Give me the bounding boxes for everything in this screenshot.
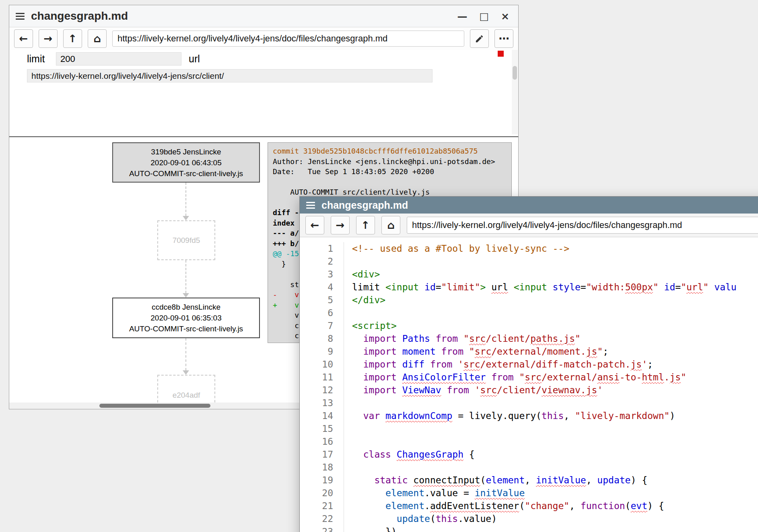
code-line[interactable]	[352, 396, 758, 409]
graph-arrow	[182, 338, 190, 375]
commit-hash-author: ccdce8b JensLincke	[113, 302, 259, 312]
maximize-icon[interactable]: □	[479, 11, 489, 21]
commit-hash: 7009fd5	[158, 235, 214, 246]
code-line[interactable]: update(this.value)	[352, 512, 758, 525]
commit-hash-author: 319bde5 JensLincke	[113, 146, 259, 157]
line-number: 9	[300, 345, 333, 358]
code-line[interactable]: class ChangesGraph {	[352, 448, 758, 461]
more-icon: ⋯	[499, 33, 509, 45]
status-indicator	[498, 51, 504, 57]
arrow-head-icon	[183, 216, 189, 220]
code-line[interactable]: })	[352, 525, 758, 532]
horizontal-scrollbar-thumb[interactable]	[99, 404, 210, 408]
menu-icon[interactable]	[306, 202, 315, 209]
line-number: 17	[300, 448, 333, 461]
arrow-head-icon	[183, 370, 189, 375]
line-number: 23	[300, 525, 333, 532]
up-button[interactable]: ↑	[63, 29, 82, 48]
line-number: 11	[300, 371, 333, 384]
line-number: 22	[300, 512, 333, 525]
code-line[interactable]: import AnsiColorFilter from "src/externa…	[352, 371, 758, 384]
home-button[interactable]: ⌂	[88, 29, 107, 48]
edit-button[interactable]	[470, 29, 489, 48]
code-line[interactable]: </div>	[352, 294, 758, 306]
arrow-head-icon	[183, 293, 189, 298]
commit-detail-line: AUTO-COMMIT src/client/lively.js	[273, 187, 507, 197]
url-label: url	[189, 53, 200, 65]
line-number: 20	[300, 487, 333, 499]
commit-hash: e204adf	[158, 390, 214, 401]
code-line[interactable]	[352, 461, 758, 474]
menu-icon[interactable]	[16, 13, 25, 20]
address-input[interactable]	[407, 217, 758, 234]
code-line[interactable]: element.addEventListener("change", funct…	[352, 499, 758, 512]
line-number: 15	[300, 422, 333, 435]
limit-input[interactable]	[56, 52, 181, 66]
commit-node[interactable]: 319bde5 JensLincke 2020-09-01 06:43:05 A…	[112, 142, 260, 183]
editor-gutter: 1234567891011121314151617181920212223	[300, 242, 344, 532]
back-button[interactable]: ←	[305, 216, 324, 234]
code-line[interactable]: limit <input id="limit"> url <input styl…	[352, 281, 758, 294]
code-line[interactable]: <!-- used as a #Tool by lively-sync -->	[352, 242, 758, 255]
forward-icon: →	[336, 219, 345, 231]
commit-message: AUTO-COMMIT-src-client-lively.js	[113, 168, 259, 179]
line-number: 4	[300, 281, 333, 294]
titlebar[interactable]: changesgraph.md — □ ×	[9, 5, 518, 27]
commit-detail-line: Date: Tue Sep 1 18:43:05 2020 +0200	[273, 166, 507, 177]
repo-url-input[interactable]	[27, 69, 433, 82]
vertical-scrollbar[interactable]	[512, 50, 518, 134]
window-changesgraph-editor: changesgraph.md ← → ↑ ⌂ 1234567891011121…	[299, 196, 758, 532]
commit-date: 2020-09-01 06:35:03	[113, 312, 259, 323]
navigation-toolbar: ← → ↑ ⌂ ⋯	[9, 27, 518, 50]
minimize-icon[interactable]: —	[457, 11, 467, 21]
home-icon: ⌂	[387, 219, 395, 231]
close-icon[interactable]: ×	[501, 11, 509, 21]
up-icon: ↑	[361, 219, 370, 231]
home-button[interactable]: ⌂	[381, 216, 400, 234]
code-editor[interactable]: 1234567891011121314151617181920212223 <!…	[300, 237, 758, 532]
window-title: changesgraph.md	[321, 199, 408, 211]
commit-node[interactable]: ccdce8b JensLincke 2020-09-01 06:35:03 A…	[112, 298, 260, 338]
code-line[interactable]: import diff from 'src/external/diff-matc…	[352, 358, 758, 371]
line-number: 3	[300, 268, 333, 281]
code-line[interactable]: static connectInput(element, initValue, …	[352, 474, 758, 487]
line-number: 18	[300, 461, 333, 474]
line-number: 7	[300, 319, 333, 332]
line-number: 19	[300, 474, 333, 487]
line-number: 2	[300, 255, 333, 268]
titlebar[interactable]: changesgraph.md	[300, 197, 758, 214]
commit-detail-line: Author: JensLincke <jens.lincke@hpi.uni-…	[273, 156, 507, 167]
ghost-commit-node[interactable]: 7009fd5	[157, 220, 215, 260]
home-icon: ⌂	[93, 33, 101, 45]
line-number: 1	[300, 242, 333, 255]
vertical-scrollbar-thumb[interactable]	[513, 66, 517, 80]
pencil-icon	[475, 34, 484, 43]
back-icon: ←	[311, 219, 319, 231]
line-number: 10	[300, 358, 333, 371]
forward-button[interactable]: →	[39, 29, 58, 48]
forward-button[interactable]: →	[331, 216, 350, 234]
code-line[interactable]	[352, 255, 758, 268]
navigation-toolbar: ← → ↑ ⌂	[300, 214, 758, 237]
code-line[interactable]: import ViewNav from 'src/client/viewnav.…	[352, 384, 758, 396]
code-line[interactable]	[352, 306, 758, 319]
code-line[interactable]: <div>	[352, 268, 758, 281]
graph-arrow	[182, 260, 190, 298]
line-number: 5	[300, 294, 333, 306]
code-line[interactable]: var markdownComp = lively.query(this, "l…	[352, 409, 758, 422]
code-line[interactable]: import Paths from "src/client/paths.js"	[352, 332, 758, 345]
ghost-commit-node[interactable]: e204adf	[157, 375, 215, 403]
code-line[interactable]: <script>	[352, 319, 758, 332]
code-line[interactable]	[352, 435, 758, 448]
up-button[interactable]: ↑	[356, 216, 375, 234]
more-button[interactable]: ⋯	[494, 29, 513, 48]
code-line[interactable]	[352, 422, 758, 435]
code-line[interactable]: element.value = initValue	[352, 487, 758, 499]
commit-detail-line	[273, 177, 507, 187]
back-icon: ←	[19, 33, 28, 45]
back-button[interactable]: ←	[14, 29, 33, 48]
window-controls: — □ ×	[457, 11, 512, 21]
address-input[interactable]	[112, 31, 464, 47]
editor-code[interactable]: <!-- used as a #Tool by lively-sync --> …	[344, 242, 758, 532]
code-line[interactable]: import moment from "src/external/moment.…	[352, 345, 758, 358]
